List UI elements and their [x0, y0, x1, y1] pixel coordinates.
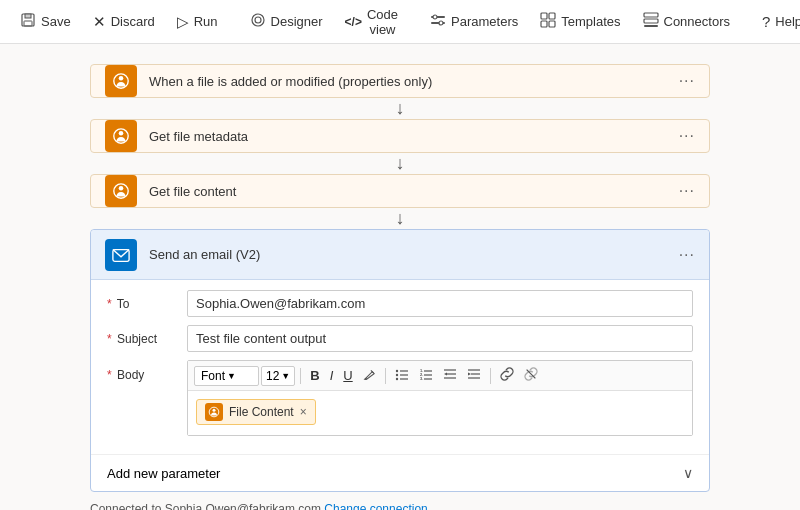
- step1-more-button[interactable]: ···: [679, 72, 695, 90]
- discard-button[interactable]: ✕ Discard: [83, 7, 165, 37]
- svg-point-21: [119, 186, 124, 191]
- change-connection-link[interactable]: Change connection.: [324, 502, 431, 510]
- font-size-value: 12: [266, 369, 279, 383]
- to-input[interactable]: [187, 290, 693, 317]
- step1-block[interactable]: When a file is added or modified (proper…: [90, 64, 710, 98]
- designer-label: Designer: [271, 14, 323, 29]
- arrow-1: ↓: [90, 98, 710, 119]
- svg-point-29: [395, 378, 397, 380]
- step4-icon: [105, 239, 137, 271]
- subject-input[interactable]: [187, 325, 693, 352]
- italic-button[interactable]: I: [326, 366, 338, 385]
- step4-more-button[interactable]: ···: [679, 246, 695, 264]
- connected-to-text: Connected to Sophia.Owen@fabrikam.com: [90, 502, 321, 510]
- required-marker: *: [107, 297, 112, 311]
- discard-icon: ✕: [93, 13, 106, 31]
- file-content-label: File Content: [229, 405, 294, 419]
- add-parameter-label: Add new parameter: [107, 466, 220, 481]
- templates-button[interactable]: Templates: [530, 6, 630, 37]
- step2-more-button[interactable]: ···: [679, 127, 695, 145]
- svg-point-7: [433, 15, 437, 19]
- parameters-icon: [430, 12, 446, 31]
- required-marker-3: *: [107, 368, 112, 382]
- designer-icon: [250, 12, 266, 31]
- svg-text:3.: 3.: [420, 376, 423, 381]
- to-row: * To: [107, 290, 693, 317]
- down-arrow-icon-2: ↓: [396, 153, 405, 174]
- step4-header[interactable]: Send an email (V2) ···: [91, 230, 709, 280]
- step3-icon: [105, 175, 137, 207]
- svg-rect-11: [541, 21, 547, 27]
- size-dropdown[interactable]: 12 ▼: [261, 366, 295, 386]
- svg-point-8: [439, 21, 443, 25]
- templates-label: Templates: [561, 14, 620, 29]
- run-label: Run: [194, 14, 218, 29]
- run-button[interactable]: ▷ Run: [167, 7, 228, 37]
- unlink-button[interactable]: [520, 365, 542, 386]
- underline-button[interactable]: U: [339, 366, 356, 385]
- email-form: * To * Subject * Body: [91, 280, 709, 454]
- help-button[interactable]: ? Help: [752, 7, 800, 36]
- designer-button[interactable]: Designer: [240, 6, 333, 37]
- parameters-label: Parameters: [451, 14, 518, 29]
- svg-rect-14: [644, 19, 658, 23]
- toolbar-divider-1: [300, 368, 301, 384]
- save-button[interactable]: Save: [10, 6, 81, 37]
- step2-icon: [105, 120, 137, 152]
- svg-point-3: [255, 17, 261, 23]
- size-chevron-icon: ▼: [281, 371, 290, 381]
- subject-label: * Subject: [107, 332, 187, 346]
- add-parameter-chevron-icon: ∨: [683, 465, 693, 481]
- body-editor: Font ▼ 12 ▼ B I U: [187, 360, 693, 436]
- required-marker-2: *: [107, 332, 112, 346]
- templates-icon: [540, 12, 556, 31]
- font-chevron-icon: ▼: [227, 371, 236, 381]
- indent-button[interactable]: [463, 365, 485, 386]
- body-content[interactable]: File Content ×: [188, 391, 692, 435]
- bullet-list-button[interactable]: [391, 365, 413, 386]
- connectors-label: Connectors: [664, 14, 730, 29]
- down-arrow-icon-3: ↓: [396, 208, 405, 229]
- step3-block[interactable]: Get file content ···: [90, 174, 710, 208]
- connectors-icon: [643, 12, 659, 31]
- file-content-tag: File Content ×: [196, 399, 316, 425]
- step3-label: Get file content: [149, 184, 679, 199]
- step1-icon: [105, 65, 137, 97]
- toolbar-divider-3: [490, 368, 491, 384]
- parameters-button[interactable]: Parameters: [420, 6, 528, 37]
- svg-point-27: [395, 374, 397, 376]
- svg-rect-15: [644, 25, 658, 27]
- step2-block[interactable]: Get file metadata ···: [90, 119, 710, 153]
- body-row: * Body Font ▼ 12 ▼: [107, 360, 693, 436]
- svg-rect-13: [644, 13, 658, 17]
- step4-label: Send an email (V2): [149, 247, 679, 262]
- help-icon: ?: [762, 13, 770, 30]
- body-toolbar: Font ▼ 12 ▼ B I U: [188, 361, 692, 391]
- highlight-button[interactable]: [359, 366, 380, 386]
- outdent-button[interactable]: [439, 365, 461, 386]
- codeview-label: Code view: [367, 7, 398, 37]
- connection-footer: Connected to Sophia.Owen@fabrikam.com Ch…: [90, 496, 710, 510]
- bold-button[interactable]: B: [306, 366, 323, 385]
- step3-more-button[interactable]: ···: [679, 182, 695, 200]
- codeview-icon: </>: [345, 15, 362, 29]
- numbered-list-button[interactable]: 1.2.3.: [415, 365, 437, 386]
- discard-label: Discard: [111, 14, 155, 29]
- svg-rect-9: [541, 13, 547, 19]
- connectors-button[interactable]: Connectors: [633, 6, 740, 37]
- save-label: Save: [41, 14, 71, 29]
- link-button[interactable]: [496, 365, 518, 386]
- to-label: * To: [107, 297, 187, 311]
- step4-block: Send an email (V2) ··· * To * Subject: [90, 229, 710, 492]
- step1-label: When a file is added or modified (proper…: [149, 74, 679, 89]
- workflow-canvas: When a file is added or modified (proper…: [0, 44, 800, 510]
- body-label: * Body: [107, 360, 187, 382]
- add-parameter-row[interactable]: Add new parameter ∨: [91, 454, 709, 491]
- codeview-button[interactable]: </> Code view: [335, 1, 408, 43]
- file-content-icon: [205, 403, 223, 421]
- file-content-remove-button[interactable]: ×: [300, 405, 307, 419]
- down-arrow-icon: ↓: [396, 98, 405, 119]
- step2-label: Get file metadata: [149, 129, 679, 144]
- svg-point-19: [119, 131, 124, 136]
- font-dropdown[interactable]: Font ▼: [194, 366, 259, 386]
